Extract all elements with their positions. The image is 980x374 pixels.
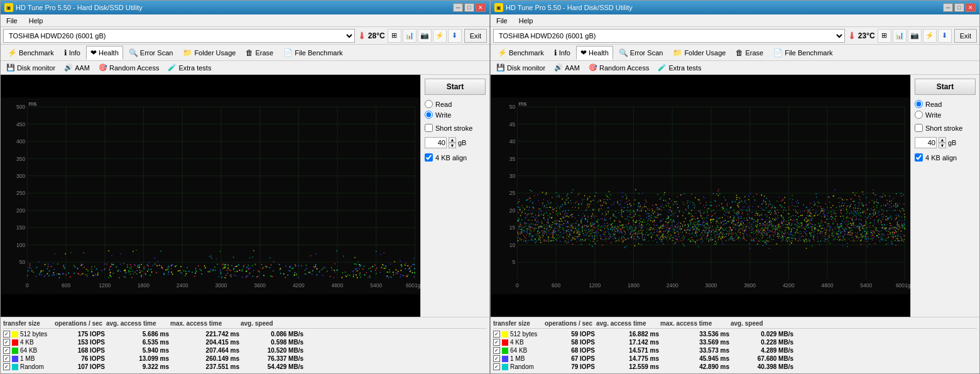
subtab-random-access[interactable]: 🎯Random Access [95,63,162,72]
menu-item-file[interactable]: File [4,16,19,25]
tab-info[interactable]: ℹInfo [550,46,575,60]
tab-label-6: File Benchmark [295,49,342,57]
svg-point-3425 [666,229,667,230]
spinner-down[interactable]: ▼ [449,143,456,148]
icon-btn-3[interactable]: 📷 [418,29,432,43]
tab-folder-usage[interactable]: 📁Folder Usage [178,46,240,60]
svg-point-3396 [547,229,547,230]
icon-btn-4[interactable]: ⚡ [923,29,937,43]
svg-point-2059 [548,202,549,204]
tab-folder-usage[interactable]: 📁Folder Usage [668,46,730,60]
svg-point-960 [535,217,536,219]
close-button[interactable]: ✕ [476,3,486,12]
stats-cell-1-2: 33.569 ms [660,339,729,346]
svg-point-3632 [846,234,846,234]
svg-point-1343 [772,206,773,207]
tab-icon-3: 🔍 [129,48,138,57]
svg-point-575 [839,202,840,203]
spinner-down[interactable]: ▼ [939,143,946,148]
spinner-up[interactable]: ▲ [449,137,456,143]
menu-item-file[interactable]: File [494,16,509,25]
stats-row-0: ✓512 bytes59 IOPS16.882 ms33.536 ms0.029… [493,330,977,338]
svg-point-3225 [633,238,634,239]
icon-btn-4[interactable]: ⚡ [433,29,447,43]
maximize-button[interactable]: □ [464,3,474,12]
align-4kb-checkbox[interactable]: 4 KB align [915,153,976,162]
tab-health[interactable]: ❤Health [86,46,123,60]
subtab-extra-tests[interactable]: 🧪Extra tests [655,63,704,72]
align-4kb-checkbox[interactable]: 4 KB align [425,153,486,162]
exit-button[interactable]: Exit [954,29,977,43]
subtab-disk-monitor[interactable]: 💾Disk monitor [493,63,548,72]
stroke-value-input[interactable] [915,137,937,148]
tab-info[interactable]: ℹInfo [60,46,85,60]
start-button[interactable]: Start [425,79,486,95]
maximize-button[interactable]: □ [954,3,964,12]
svg-point-2198 [694,204,695,205]
icon-btn-1[interactable]: ⊞ [388,29,401,43]
spinner-up[interactable]: ▲ [939,137,946,143]
radio-read[interactable]: Read [425,100,486,108]
svg-point-2025 [830,227,831,228]
icon-btn-5[interactable]: ⬇ [448,29,462,43]
tab-file-benchmark[interactable]: 📄File Benchmark [769,46,837,60]
svg-point-1215 [730,216,731,217]
drive-select[interactable]: TOSHIBA HDWD260 (6001 gB) [493,29,845,43]
svg-point-1960 [847,224,848,225]
menu-item-help[interactable]: Help [517,16,535,25]
icon-btn-3[interactable]: 📷 [908,29,922,43]
exit-button[interactable]: Exit [464,29,487,43]
minimize-button[interactable]: ─ [943,3,953,12]
tab-erase[interactable]: 🗑Erase [241,46,278,60]
svg-point-1075 [518,199,520,200]
svg-point-3638 [779,228,780,229]
stroke-value-input[interactable] [425,137,447,148]
svg-point-712 [657,215,658,216]
subtab-extra-tests[interactable]: 🧪Extra tests [165,63,214,72]
drive-select[interactable]: TOSHIBA HDWD260 (6001 gB) [3,29,355,43]
icon-btn-1[interactable]: ⊞ [878,29,891,43]
svg-point-464 [211,258,212,259]
svg-point-3963 [892,232,893,233]
tab-erase[interactable]: 🗑Erase [731,46,768,60]
close-button[interactable]: ✕ [966,3,976,12]
svg-point-195 [298,277,299,278]
svg-point-3990 [836,233,836,234]
svg-point-573 [883,216,884,217]
short-stroke-checkbox[interactable]: Short stroke [425,124,486,132]
svg-point-246 [53,275,55,276]
svg-point-953 [832,217,834,219]
tab-error-scan[interactable]: 🔍Error Scan [614,46,668,60]
radio-write[interactable]: Write [425,111,486,119]
subtab-aam[interactable]: 🔊AAM [551,63,583,72]
short-stroke-checkbox[interactable]: Short stroke [915,124,976,132]
svg-point-3449 [637,234,638,234]
radio-write[interactable]: Write [915,111,976,119]
svg-point-2466 [869,223,871,224]
svg-point-517 [123,263,124,265]
minimize-button[interactable]: ─ [453,3,463,12]
svg-text:45: 45 [509,121,516,128]
tab-health[interactable]: ❤Health [576,46,613,60]
svg-point-2193 [781,221,782,222]
svg-point-1241 [757,243,758,245]
subtab-random-access[interactable]: 🎯Random Access [585,63,652,72]
icon-btn-2[interactable]: 📊 [893,29,906,43]
svg-point-431 [80,265,82,266]
svg-point-1170 [868,217,869,219]
svg-point-2074 [724,196,725,197]
menu-bar: FileHelp [1,14,489,27]
icon-btn-5[interactable]: ⬇ [938,29,952,43]
icon-btn-2[interactable]: 📊 [403,29,416,43]
svg-point-1522 [774,209,775,211]
tab-error-scan[interactable]: 🔍Error Scan [124,46,178,60]
start-button[interactable]: Start [915,79,976,95]
radio-read[interactable]: Read [915,100,976,108]
menu-item-help[interactable]: Help [27,16,45,25]
tab-benchmark[interactable]: ⚡Benchmark [493,46,548,60]
subtab-aam[interactable]: 🔊AAM [61,63,93,72]
tab-file-benchmark[interactable]: 📄File Benchmark [279,46,347,60]
tab-benchmark[interactable]: ⚡Benchmark [3,46,58,60]
subtab-disk-monitor[interactable]: 💾Disk monitor [3,63,58,72]
svg-point-587 [859,202,860,204]
